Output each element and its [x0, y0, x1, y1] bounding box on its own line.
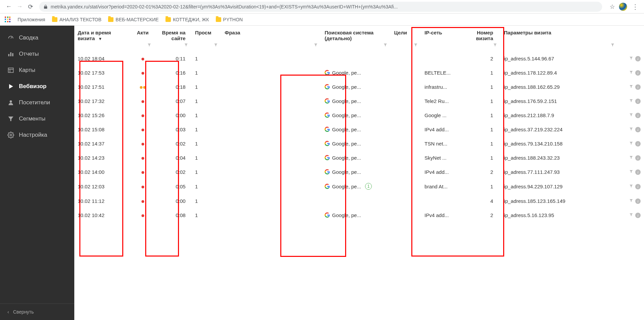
- table-row[interactable]: 10.02 10:420:081Google, ре...IPv4 add...…: [74, 208, 644, 222]
- row-filter-icon[interactable]: [629, 183, 633, 189]
- row-filter-icon[interactable]: [629, 169, 633, 175]
- cell-params: ip_adress.185.123.165.149: [500, 194, 618, 208]
- bookmark-folder[interactable]: АНАЛИЗ ТЕКСТОВ: [52, 17, 101, 22]
- row-info-icon[interactable]: i: [635, 184, 641, 189]
- table-row[interactable]: 10.02 11:120:0014ip_adress.185.123.165.1…: [74, 194, 644, 208]
- th-activity[interactable]: Акти: [131, 26, 155, 43]
- table-row[interactable]: 10.02 15:080:031Google, ре...IPv4 add...…: [74, 122, 644, 136]
- cell-duration: 0:00: [155, 194, 191, 208]
- cell-datetime: 10.02 17:32: [74, 94, 131, 108]
- bookmark-folder[interactable]: КОТТЕДЖИ, ЖК: [165, 17, 209, 22]
- apps-icon[interactable]: [5, 17, 11, 23]
- row-info-icon[interactable]: i: [635, 155, 641, 161]
- table-row[interactable]: 10.02 17:510:181Google, ре...infrastru..…: [74, 80, 644, 94]
- row-filter-icon[interactable]: [629, 84, 633, 89]
- table-row[interactable]: 10.02 17:530:161Google, ре...BELTELE...1…: [74, 65, 644, 80]
- cell-params: ip_adress.77.111.247.93: [500, 165, 618, 179]
- sidebar-item-segments[interactable]: Сегменты: [0, 111, 74, 127]
- cell-params: ip_adress.5.144.96.67: [500, 51, 618, 65]
- row-info-icon[interactable]: i: [635, 99, 641, 104]
- search-engine-cell: Google, ре...: [325, 84, 387, 90]
- filter-icon[interactable]: [184, 43, 188, 47]
- row-info-icon[interactable]: i: [635, 169, 641, 175]
- row-info-icon[interactable]: i: [635, 56, 641, 61]
- cell-actions: i: [618, 208, 644, 222]
- cell-datetime: 10.02 15:26: [74, 108, 131, 122]
- row-filter-icon[interactable]: [629, 126, 633, 132]
- svg-marker-19: [630, 57, 633, 59]
- svg-marker-27: [630, 170, 633, 173]
- row-filter-icon[interactable]: [629, 55, 633, 61]
- row-info-icon[interactable]: i: [635, 141, 641, 146]
- cell-search-engine: Google, ре...: [321, 136, 391, 151]
- bookmark-star-icon[interactable]: ☆: [610, 3, 615, 10]
- table-row[interactable]: 10.02 14:000:021Google, ре...IPv4 add...…: [74, 165, 644, 179]
- table-row[interactable]: 10.02 15:260:001Google, ре...Google ...1…: [74, 108, 644, 122]
- cell-visit-num: 2: [465, 51, 501, 65]
- filter-icon[interactable]: [493, 43, 497, 47]
- cell-goals: [391, 151, 421, 165]
- sidebar-item-maps[interactable]: Карты: [0, 62, 74, 78]
- filter-icon[interactable]: [611, 43, 615, 47]
- th-datetime[interactable]: Дата и время визита▼: [74, 26, 131, 43]
- apps-label[interactable]: Приложения: [18, 17, 45, 22]
- search-engine-cell: Google, ре...: [325, 98, 387, 104]
- sidebar-item-summary[interactable]: Сводка: [0, 30, 74, 46]
- cell-views: 1: [191, 151, 221, 165]
- cell-activity: [131, 136, 155, 151]
- th-params[interactable]: Параметры визита: [500, 26, 618, 43]
- row-info-icon[interactable]: i: [635, 198, 641, 204]
- svg-point-8: [10, 100, 12, 103]
- bars-icon: [7, 51, 14, 57]
- cell-views: 1: [191, 179, 221, 194]
- filter-icon[interactable]: [414, 43, 418, 47]
- th-views[interactable]: Просм: [191, 26, 221, 43]
- filter-icon[interactable]: [383, 43, 387, 47]
- sidebar-item-visitors[interactable]: Посетители: [0, 95, 74, 111]
- table-row[interactable]: 10.02 14:230:041Google, ре...SkyNet ...1…: [74, 151, 644, 165]
- filter-icon[interactable]: [314, 43, 318, 47]
- table-row[interactable]: 10.02 18:040:1112ip_adress.5.144.96.67i: [74, 51, 644, 65]
- sidebar-item-webvisor[interactable]: Вебвизор: [0, 78, 74, 95]
- th-visit-num[interactable]: Номер визита: [465, 26, 501, 43]
- row-filter-icon[interactable]: [629, 140, 633, 146]
- row-filter-icon[interactable]: [629, 70, 633, 75]
- sidebar-item-settings[interactable]: Настройка: [0, 127, 74, 143]
- forward-button[interactable]: →: [14, 1, 25, 12]
- browser-menu-icon[interactable]: ⋮: [630, 3, 641, 11]
- row-filter-icon[interactable]: [629, 155, 633, 160]
- row-info-icon[interactable]: i: [635, 84, 641, 90]
- sidebar-item-reports[interactable]: Отчеты: [0, 46, 74, 62]
- th-search[interactable]: Поисковая система (детально): [321, 26, 391, 43]
- address-bar[interactable]: metrika.yandex.ru/stat/visor?period=2020…: [39, 2, 602, 12]
- bookmarks-bar: Приложения АНАЛИЗ ТЕКСТОВ ВЕБ-МАСТЕРСКИЕ…: [0, 14, 644, 26]
- filter-icon[interactable]: [214, 43, 218, 47]
- table-row[interactable]: 10.02 12:030:051Google, ре...1brand At..…: [74, 179, 644, 194]
- table-row[interactable]: 10.02 14:370:021Google, ре...TSN net...1…: [74, 136, 644, 151]
- back-button[interactable]: ←: [3, 1, 14, 12]
- th-goals[interactable]: Цели: [391, 26, 421, 43]
- table-row[interactable]: 10.02 17:320:071Google, ре...Tele2 Ru...…: [74, 94, 644, 108]
- cell-views: 1: [191, 194, 221, 208]
- row-filter-icon[interactable]: [629, 212, 633, 218]
- th-ipnet[interactable]: IP-сеть: [421, 26, 465, 43]
- row-filter-icon[interactable]: [629, 198, 633, 204]
- svg-rect-2: [10, 52, 11, 56]
- bookmark-folder[interactable]: PYTHON: [216, 17, 243, 22]
- row-filter-icon[interactable]: [629, 112, 633, 118]
- extension-icon[interactable]: [619, 3, 627, 11]
- cell-duration: 0:00: [155, 108, 191, 122]
- reload-button[interactable]: ⟳: [25, 1, 36, 12]
- row-info-icon[interactable]: i: [635, 213, 641, 218]
- row-info-icon[interactable]: i: [635, 113, 641, 118]
- row-info-icon[interactable]: i: [635, 127, 641, 132]
- sidebar-collapse[interactable]: ‹ Свернуть: [0, 303, 74, 320]
- th-duration[interactable]: Время на сайте: [155, 26, 191, 43]
- bookmark-folder[interactable]: ВЕБ-МАСТЕРСКИЕ: [108, 17, 159, 22]
- row-filter-icon[interactable]: [629, 98, 633, 104]
- row-info-icon[interactable]: i: [635, 70, 641, 76]
- cell-actions: i: [618, 194, 644, 208]
- cell-ipnet: [421, 194, 465, 208]
- th-phrase[interactable]: Фраза: [221, 26, 321, 43]
- filter-icon[interactable]: [147, 43, 151, 47]
